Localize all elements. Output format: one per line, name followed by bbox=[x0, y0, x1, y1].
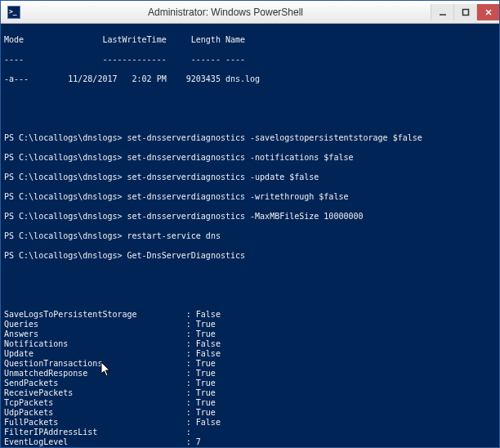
close-button[interactable] bbox=[476, 4, 499, 20]
dir-header-row: Mode LastWriteTime Length Name bbox=[4, 35, 496, 45]
svg-rect-1 bbox=[462, 9, 468, 15]
command-line: PS C:\locallogs\dnslogs> set-dnsserverdi… bbox=[4, 172, 496, 182]
command-line: PS C:\locallogs\dnslogs> Get-DnsServerDi… bbox=[4, 251, 496, 261]
prompt: PS C:\locallogs\dnslogs> bbox=[4, 251, 123, 260]
diag-row: UdpPackets : True bbox=[4, 408, 496, 418]
diag-row: SendPackets : True bbox=[4, 379, 496, 388]
window-title: Administrator: Windows PowerShell bbox=[20, 7, 431, 18]
prompt: PS C:\locallogs\dnslogs> bbox=[4, 172, 123, 181]
prompt: PS C:\locallogs\dnslogs> bbox=[4, 212, 123, 221]
powershell-icon bbox=[7, 6, 20, 19]
maximize-icon bbox=[462, 8, 470, 16]
diag-row: Queries : True bbox=[4, 320, 496, 329]
command-text: set-dnsserverdiagnostics -MaxMBFileSize … bbox=[127, 212, 364, 221]
command-text: set-dnsserverdiagnostics -notifications … bbox=[127, 153, 354, 162]
prompt: PS C:\locallogs\dnslogs> bbox=[4, 133, 123, 142]
command-line: PS C:\locallogs\dnslogs> set-dnsserverdi… bbox=[4, 212, 496, 222]
blank-line bbox=[4, 94, 496, 104]
command-text: Get-DnsServerDiagnostics bbox=[127, 251, 246, 260]
command-line: PS C:\locallogs\dnslogs> set-dnsserverdi… bbox=[4, 133, 496, 143]
prompt: PS C:\locallogs\dnslogs> bbox=[4, 231, 123, 240]
window-controls bbox=[431, 4, 499, 20]
titlebar[interactable]: Administrator: Windows PowerShell bbox=[1, 1, 499, 24]
command-line: PS C:\locallogs\dnslogs> restart-service… bbox=[4, 231, 496, 241]
diag-row: Answers : True bbox=[4, 329, 496, 339]
dir-header-sep: ---- ------------- ------ ---- bbox=[4, 55, 496, 65]
diag-row: SaveLogsToPersistentStorage : False bbox=[4, 310, 496, 320]
diag-row: FilterIPAddressList : bbox=[4, 428, 496, 437]
diag-row: FullPackets : False bbox=[4, 418, 496, 428]
diagnostics-output: SaveLogsToPersistentStorage : FalseQueri… bbox=[4, 310, 496, 447]
prompt: PS C:\locallogs\dnslogs> bbox=[4, 192, 123, 201]
command-text: restart-service dns bbox=[127, 231, 221, 240]
blank-line bbox=[4, 271, 496, 280]
diag-row: Update : False bbox=[4, 349, 496, 359]
minimize-button[interactable] bbox=[431, 4, 453, 20]
prompt: PS C:\locallogs\dnslogs> bbox=[4, 153, 123, 162]
command-text: set-dnsserverdiagnostics -writethrough $… bbox=[127, 192, 349, 201]
terminal-output[interactable]: Mode LastWriteTime Length Name ---- ----… bbox=[1, 24, 499, 447]
command-line: PS C:\locallogs\dnslogs> set-dnsserverdi… bbox=[4, 192, 496, 202]
diag-row: QuestionTransactions : True bbox=[4, 359, 496, 369]
blank-line bbox=[4, 290, 496, 300]
close-icon bbox=[484, 8, 493, 16]
minimize-icon bbox=[439, 8, 447, 16]
diag-row: ReceivePackets : True bbox=[4, 388, 496, 398]
command-text: set-dnsserverdiagnostics -savelogstopers… bbox=[127, 133, 422, 142]
diag-row: EventLogLevel : 7 bbox=[4, 437, 496, 447]
diag-row: Notifications : False bbox=[4, 339, 496, 349]
maximize-button[interactable] bbox=[453, 4, 476, 20]
command-line: PS C:\locallogs\dnslogs> set-dnsserverdi… bbox=[4, 153, 496, 163]
command-text: set-dnsserverdiagnostics -update $false bbox=[127, 172, 319, 181]
diag-row: TcpPackets : True bbox=[4, 398, 496, 408]
file-row: -a--- 11/28/2017 2:02 PM 9203435 dns.log bbox=[4, 74, 496, 84]
powershell-window: Administrator: Windows PowerShell Mode L… bbox=[0, 0, 500, 448]
diag-row: UnmatchedResponse : True bbox=[4, 369, 496, 379]
blank-line bbox=[4, 114, 496, 123]
